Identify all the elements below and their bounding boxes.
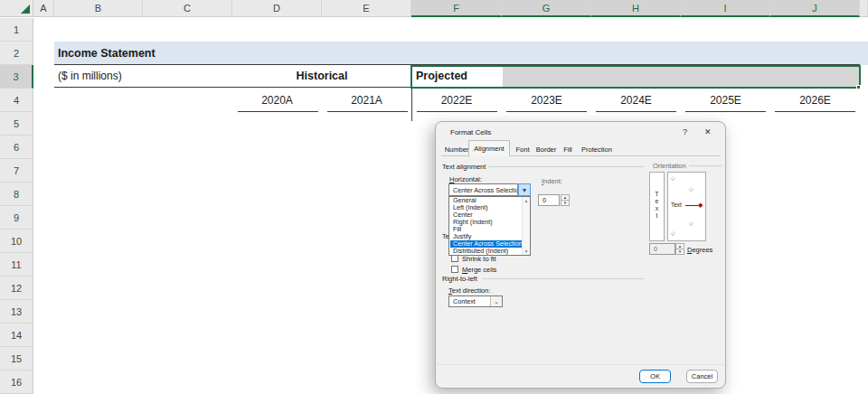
shrink-to-fit-label: Shrink to fit [462,255,496,263]
angle-marker-icon: ◇ [671,174,675,181]
historical-label-cell[interactable]: Historical [232,65,411,87]
option-center[interactable]: Center [450,211,523,219]
column-header-e[interactable]: E [322,0,411,17]
format-cells-dialog: Format Cells ? ✕ Number Alignment Font B… [435,121,726,389]
row-header-13[interactable]: 13 [0,300,33,324]
option-left-indent[interactable]: Left (Indent) [450,204,523,211]
year-cell-2021a[interactable]: 2021A [322,89,411,112]
orientation-angle-control[interactable]: ◇ ◇ Text ◆ ◇ ◇ [667,172,706,241]
vertical-letter: t [650,212,664,220]
column-header-a[interactable]: A [33,0,54,17]
row-header-15[interactable]: 15 [0,347,33,371]
list-scrollbar[interactable]: ▲ ▼ [522,197,530,255]
tab-fill[interactable]: Fill [561,143,575,155]
option-distributed-indent[interactable]: Distributed (Indent) [450,248,523,255]
column-header-b[interactable]: B [54,0,143,17]
year-underline [596,111,676,112]
row-header-8[interactable]: 8 [0,183,33,206]
degrees-spinbox[interactable]: 0 [649,243,675,255]
year-underline [238,111,318,112]
scroll-up-icon[interactable]: ▲ [523,198,530,203]
spinner-down-icon[interactable]: ▼ [676,249,684,254]
option-fill[interactable]: Fill [450,226,523,233]
vertical-letter: T [650,191,664,198]
row-header-10[interactable]: 10 [0,230,33,253]
merge-cells-checkbox[interactable] [451,266,458,273]
row-header-11[interactable]: 11 [0,253,33,277]
option-right-indent[interactable]: Right (Indent) [450,219,523,226]
year-underline [506,111,587,112]
column-header-f[interactable]: F [411,0,502,17]
column-header-d[interactable]: D [232,0,322,17]
year-underline [417,111,497,112]
column-header-h[interactable]: H [591,0,681,17]
row-header-3[interactable]: 3 [0,65,33,89]
indent-stepper[interactable]: ▲▼ [561,194,570,206]
column-header-k-partial[interactable] [860,0,868,17]
row-header-9[interactable]: 9 [0,206,33,230]
row-header-1[interactable]: 1 [0,18,33,42]
group-text-alignment: Text alignment [442,163,486,171]
income-statement-title[interactable]: Income Statement [58,42,156,65]
select-all-icon [21,5,30,14]
close-icon[interactable]: ✕ [704,127,712,136]
angle-marker-icon: ◇ [689,185,693,192]
scroll-down-icon[interactable]: ▼ [523,249,530,254]
text-direction-value: Context [449,297,490,305]
subtitle-cell[interactable]: ($ in millions) [58,65,122,87]
year-cell-2025e[interactable]: 2025E [681,89,770,112]
horizontal-combobox[interactable]: Center Across Selection ▼ [448,183,531,196]
indent-spinbox[interactable]: 0 [538,194,560,206]
help-icon[interactable]: ? [683,127,687,136]
column-header-c[interactable]: C [143,0,232,17]
column-header-g[interactable]: G [502,0,591,17]
indent-label: Indent: [542,177,562,185]
select-all-corner[interactable] [0,0,33,17]
column-header-i[interactable]: I [681,0,770,17]
angle-marker-icon: ◇ [689,220,693,226]
year-cell-2023e[interactable]: 2023E [502,89,591,112]
tab-border[interactable]: Border [533,143,560,155]
row-header-2[interactable]: 2 [0,42,33,65]
chevron-down-icon[interactable]: ▼ [518,184,530,195]
tab-protection[interactable]: Protection [578,143,616,155]
shrink-to-fit-checkbox[interactable] [451,255,458,262]
row-header-5[interactable]: 5 [0,112,33,136]
group-divider [689,165,722,166]
text-direction-combobox[interactable]: Context ⌄ [448,296,503,307]
year-cell-2020a[interactable]: 2020A [232,89,322,112]
option-justify[interactable]: Justify [450,233,523,240]
year-cell-2022e[interactable]: 2022E [411,89,502,112]
tab-alignment[interactable]: Alignment [468,140,510,156]
group-right-to-left: Right-to-left [442,275,477,283]
tab-number[interactable]: Number [443,143,470,155]
title-band[interactable] [54,42,868,65]
spinner-down-icon[interactable]: ▼ [561,201,569,205]
footer-divider [437,364,724,365]
selection-border [410,65,861,89]
chevron-down-icon[interactable]: ⌄ [490,296,502,306]
text-direction-label: Text direction: [448,286,490,295]
year-cell-2026e[interactable]: 2026E [770,89,860,112]
row-header-14[interactable]: 14 [0,324,33,347]
angle-marker-icon: ◇ [671,230,675,236]
degrees-stepper[interactable]: ▲▼ [675,243,684,255]
angle-handle-icon[interactable]: ◆ [698,202,703,209]
option-center-across-selection[interactable]: Center Across Selection [450,240,523,248]
row-header-4[interactable]: 4 [0,89,33,112]
horizontal-combobox-value: Center Across Selection [449,186,518,194]
ok-button[interactable]: OK [639,370,671,383]
row-header-16[interactable]: 16 [0,371,33,394]
column-header-j[interactable]: J [770,0,860,17]
year-cell-2024e[interactable]: 2024E [591,89,681,112]
cancel-button[interactable]: Cancel [686,370,718,383]
tab-font[interactable]: Font [513,143,533,155]
degrees-label: Degrees [687,246,712,254]
orientation-needle [685,205,698,206]
row-header-12[interactable]: 12 [0,277,33,300]
row-header-6[interactable]: 6 [0,136,33,159]
orientation-needle-label: Text [671,202,682,208]
row-header-7[interactable]: 7 [0,159,33,183]
option-general[interactable]: General [450,197,523,204]
vertical-text-box[interactable]: T e x t [649,172,665,241]
